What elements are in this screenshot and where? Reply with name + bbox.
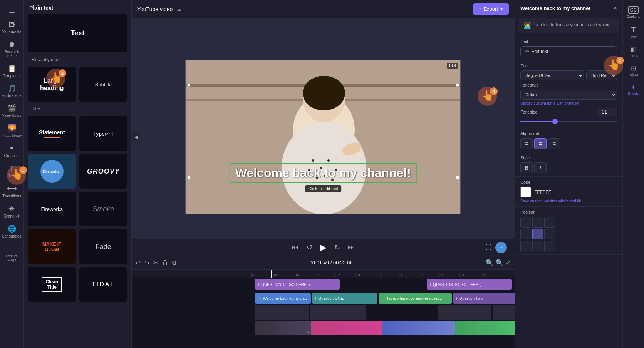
bold-button[interactable]: B — [520, 162, 533, 173]
ruler-mark-02: :02 — [272, 273, 293, 277]
sidebar-item-record[interactable]: ⏺ Record &create — [0, 37, 23, 61]
pos-btn-0[interactable] — [520, 217, 531, 228]
cut-button[interactable]: ✂ — [153, 259, 158, 266]
upload-fonts-link[interactable]: Upload custom fonts with brand kit — [520, 101, 617, 105]
align-right-button[interactable]: ≡ — [548, 138, 560, 149]
right-icon-effects[interactable]: ✦ Effects — [623, 80, 644, 99]
undo-button[interactable]: ↩ — [136, 259, 141, 266]
vstrip-1[interactable]: ⊞ — [255, 321, 311, 335]
save-palette-link[interactable]: Save custom palettes with brand kit — [520, 199, 617, 203]
right-icon-adjust[interactable]: ⊡ Adjust — [623, 62, 644, 80]
card-subtitle[interactable]: Subtitle — [79, 67, 128, 102]
card-clean-title[interactable]: CleanTitle — [28, 267, 76, 302]
clip-welcome[interactable]: 📎 Welcome back to my ch... — [255, 293, 311, 304]
font-style-select[interactable]: Default — [520, 90, 617, 100]
section-label-title: Title — [28, 105, 127, 113]
typewriter-label: Typewr| — [93, 131, 114, 137]
sidebar-item-text[interactable]: T Text — [0, 161, 23, 181]
font-size-input[interactable] — [598, 108, 617, 116]
sidebar-item-image[interactable]: 🌄 Image library — [0, 121, 23, 141]
right-icon-filters[interactable]: ◧ Filters — [623, 43, 644, 61]
help-button[interactable]: ? — [495, 242, 507, 253]
font-variant-select[interactable]: Bold Regul... — [586, 70, 617, 80]
card-make-it-glow[interactable]: MAKE ITGLOW — [28, 229, 76, 264]
clip-question-2[interactable]: T QUESTION TO GO HERE :) — [427, 279, 512, 290]
card-tidal[interactable]: TIDAL — [79, 267, 128, 302]
sidebar-item-menu[interactable]: ☰ — [0, 3, 23, 18]
card-fade[interactable]: Fade — [79, 229, 128, 264]
align-center-button[interactable]: ≡ — [534, 138, 547, 149]
sidebar-item-graphics[interactable]: ✦ Graphics — [0, 141, 23, 161]
color-swatch[interactable] — [520, 187, 531, 197]
italic-button[interactable]: I — [534, 162, 547, 173]
zoom-in-button[interactable]: 🔍 — [496, 259, 503, 266]
delete-button[interactable]: 🗑 — [162, 259, 168, 266]
vstrip-4[interactable]: ⊞ — [455, 321, 515, 335]
clip-question-1[interactable]: T QUESTION TO GO HERE :) — [255, 279, 340, 290]
duplicate-button[interactable]: ⧉ — [172, 259, 176, 266]
card-typewriter[interactable]: Typewr| — [79, 116, 128, 151]
sidebar-item-transitions[interactable]: ⟷ Transitions — [0, 181, 23, 201]
font-size-slider[interactable] — [520, 119, 617, 125]
slider-thumb[interactable] — [552, 119, 558, 124]
vstrip-2[interactable]: ⊞ — [311, 321, 382, 335]
align-left-button[interactable]: ≡ — [520, 138, 533, 149]
props-close-button[interactable]: × — [614, 5, 617, 12]
card-text[interactable]: Text — [28, 14, 127, 52]
pos-btn-2[interactable] — [544, 217, 555, 228]
font-family-select[interactable]: Segoe UI Var... — [520, 70, 584, 80]
card-smoke[interactable]: Smoke — [79, 192, 128, 226]
sidebar-label-templates: Templates — [3, 74, 21, 78]
fit-button[interactable]: ⤢ — [506, 259, 511, 266]
card-statement[interactable]: Statement — [28, 116, 76, 151]
font-size-row: Font size — [520, 108, 617, 116]
pos-btn-5[interactable] — [544, 229, 555, 239]
play-pause-button[interactable]: ▶ — [320, 243, 327, 253]
vstrip-3[interactable]: ⊞ — [382, 321, 455, 335]
blank-clip-1[interactable] — [255, 304, 309, 320]
blank-clip-2[interactable] — [310, 304, 366, 320]
redo-button[interactable]: ↪ — [144, 259, 149, 266]
fullscreen-button[interactable]: ⛶ — [485, 244, 491, 251]
skip-to-end-button[interactable]: ⏭ — [348, 243, 355, 251]
sidebar-item-templates[interactable]: 📋 Templates — [0, 61, 23, 81]
collapse-panel-btn[interactable]: ◀ — [133, 133, 139, 141]
anchor-br — [456, 176, 459, 179]
video-text-overlay[interactable]: Welcome back to my channel! — [230, 163, 417, 183]
card-fireworks[interactable]: Fireworks — [28, 192, 76, 226]
sidebar-item-feature-flags[interactable]: ⋯ FeatureFlags — [0, 241, 23, 266]
sidebar-item-music[interactable]: 🎵 Music & SFX — [0, 81, 23, 101]
pos-btn-1[interactable] — [532, 217, 543, 228]
sidebar-item-brand[interactable]: ❋ Brand kit — [0, 201, 23, 221]
track-clips-blank-top — [255, 304, 515, 320]
clip-question-one[interactable]: T Question ONE: — [312, 293, 377, 304]
card-groovy[interactable]: GROOVY — [79, 154, 128, 189]
smoke-label: Smoke — [92, 205, 114, 213]
topbar: YouTube video ☁ ↑ Export ▾ — [132, 0, 515, 18]
sidebar-item-languages[interactable]: 🌐 Languages — [0, 221, 23, 241]
pos-btn-7[interactable] — [532, 241, 543, 251]
edit-text-button[interactable]: ✏ Edit text — [520, 46, 617, 57]
adjust-icon: ⊡ — [631, 65, 636, 72]
card-large-heading[interactable]: Largeheading — [28, 67, 76, 102]
pos-btn-6[interactable] — [520, 241, 531, 251]
clip-answer[interactable]: T This is where you answer quest... — [379, 293, 452, 304]
forward-5s-button[interactable]: ↻ — [334, 243, 340, 252]
pos-btn-8[interactable] — [544, 241, 555, 251]
anchor-bl — [187, 176, 190, 179]
card-circular[interactable]: Circular — [28, 154, 76, 189]
blank-clip-3[interactable] — [438, 304, 491, 320]
clip-question-two[interactable]: T Question Two: — [453, 293, 515, 304]
rewind-5s-button[interactable]: ↺ — [307, 243, 312, 252]
export-button[interactable]: ↑ Export ▾ — [473, 3, 509, 15]
sidebar-item-video[interactable]: 🎬 Video library — [0, 101, 23, 121]
pos-btn-4[interactable] — [532, 229, 543, 239]
skip-to-start-button[interactable]: ⏮ — [292, 243, 299, 251]
blank-clip-4[interactable] — [493, 304, 515, 320]
right-icon-captions[interactable]: CC Captions — [623, 3, 644, 22]
zoom-out-button[interactable]: 🔍 — [486, 259, 493, 266]
pos-btn-3[interactable] — [520, 229, 531, 239]
right-icon-text[interactable]: T Text — [623, 22, 644, 42]
sidebar-item-your-media[interactable]: 🖼 Your media — [0, 18, 23, 37]
controls-bar: ⏮ ↺ ▶ ↻ ⏭ ⛶ ? — [132, 239, 515, 256]
